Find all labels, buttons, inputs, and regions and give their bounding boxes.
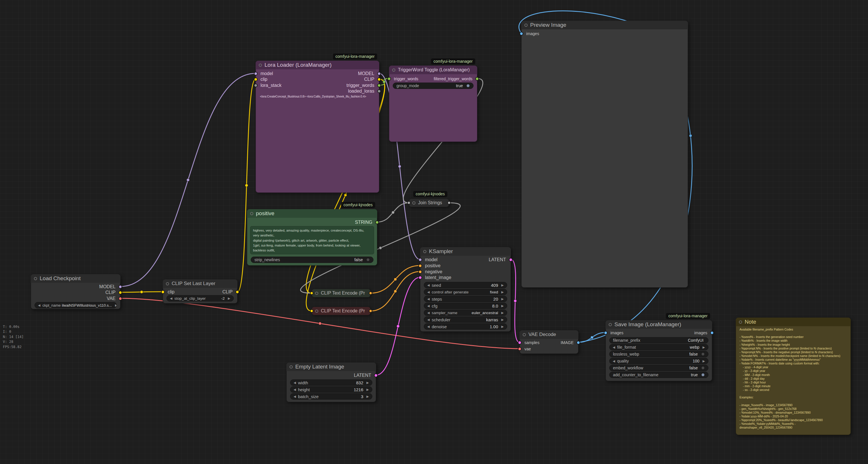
widget-batch-size[interactable]: ◀ batch_size 3 ▶ <box>290 393 372 400</box>
loras-text[interactable]: <lora:CreateConcept_Illustrious:0.8> <lo… <box>260 95 376 98</box>
node-empty-latent-image[interactable]: Empty Latent Image LATENT ◀ width 832 ▶ … <box>286 362 376 402</box>
next-arrow-icon[interactable]: ▶ <box>365 395 371 399</box>
prev-arrow-icon[interactable]: ◀ <box>425 290 432 294</box>
prev-arrow-icon[interactable]: ◀ <box>168 297 174 300</box>
node-title-bar[interactable]: KSampler <box>420 247 511 256</box>
widget-scheduler[interactable]: ◀ scheduler karras ▶ <box>424 316 507 323</box>
next-arrow-icon[interactable]: ▶ <box>701 346 707 349</box>
widget-group-mode[interactable]: group_mode true <box>393 83 473 89</box>
widget-lossless-webp[interactable]: lossless_webp false <box>609 351 708 357</box>
widget-seed[interactable]: ◀ seed 409 ▶ <box>424 282 507 288</box>
node-clip-set-last-layer[interactable]: CLIP Set Last Layer clip CLIP ◀ stop_at_… <box>163 279 238 303</box>
clip-port-dot[interactable] <box>236 290 239 294</box>
prev-arrow-icon[interactable]: ◀ <box>611 346 617 349</box>
model-port-dot[interactable] <box>119 285 122 289</box>
node-title-bar[interactable]: CLIP Set Last Layer <box>163 279 238 288</box>
node-load-checkpoint[interactable]: Load Checkpoint MODEL CLIP VAE ◀ ckpt_na… <box>31 274 121 309</box>
conditioning-port-dot[interactable] <box>418 270 422 274</box>
next-arrow-icon[interactable]: ▶ <box>499 325 506 328</box>
trigger-words-port-dot[interactable] <box>377 84 381 87</box>
comfyui-canvas[interactable]: T: 0.00s I: 0 N: 14 [14] V: 28 FPS:58.82… <box>0 0 868 464</box>
prev-arrow-icon[interactable]: ◀ <box>425 283 432 287</box>
prev-arrow-icon[interactable]: ◀ <box>291 381 298 385</box>
collapse-dot-icon[interactable] <box>423 250 426 253</box>
node-note[interactable]: Note Available filename_prefix Pattern C… <box>736 318 851 435</box>
node-title-bar[interactable]: TriggerWord Toggle (LoraManager) <box>389 65 477 74</box>
node-title-bar[interactable]: Lora Loader (LoraManager) <box>256 61 379 69</box>
node-title-bar[interactable]: Empty Latent Image <box>286 362 376 371</box>
image-port-dot[interactable] <box>577 341 580 345</box>
next-arrow-icon[interactable]: ▶ <box>226 297 232 300</box>
node-title-bar[interactable]: Note <box>736 318 851 326</box>
latent-port-dot[interactable] <box>509 258 513 262</box>
widget-stop-at-clip-layer[interactable]: ◀ stop_at_clip_layer -2 ▶ <box>166 295 234 301</box>
prev-arrow-icon[interactable]: ◀ <box>425 318 432 322</box>
collapsed-input-dot[interactable] <box>310 309 313 313</box>
node-title-bar[interactable]: Join Strings <box>409 199 449 207</box>
collapse-dot-icon[interactable] <box>289 365 293 369</box>
clip-port-dot[interactable] <box>377 78 381 81</box>
toggle-dot[interactable] <box>701 366 705 370</box>
node-triggerword-toggle[interactable]: comfyui-lora-manager TriggerWord Toggle … <box>389 65 477 142</box>
widget-width[interactable]: ◀ width 832 ▶ <box>290 379 372 386</box>
collapse-dot-icon[interactable] <box>166 282 169 285</box>
toggle-dot[interactable] <box>701 352 705 356</box>
prev-arrow-icon[interactable]: ◀ <box>611 359 617 363</box>
prev-arrow-icon[interactable]: ◀ <box>425 325 432 328</box>
collapsed-input-dot[interactable] <box>310 291 313 295</box>
vae-port-dot[interactable] <box>119 297 122 300</box>
collapsed-output-dot[interactable] <box>447 201 451 205</box>
node-clip-text-encode-positive[interactable]: CLIP Text Encode (Pr <box>312 289 371 297</box>
node-title-bar[interactable]: positive <box>247 209 377 218</box>
collapse-dot-icon[interactable] <box>34 277 37 280</box>
widget-control-after-generate[interactable]: ◀ control after generate fixed ▶ <box>424 289 507 295</box>
string-port-dot[interactable] <box>375 221 379 224</box>
next-arrow-icon[interactable]: ▶ <box>365 381 371 385</box>
collapsed-input-dot[interactable] <box>407 201 410 205</box>
image-port-dot[interactable] <box>520 32 523 36</box>
prev-arrow-icon[interactable]: ◀ <box>425 304 432 308</box>
collapse-dot-icon[interactable] <box>412 201 415 205</box>
conditioning-port-dot[interactable] <box>418 264 422 268</box>
next-arrow-icon[interactable]: ▶ <box>499 290 506 294</box>
node-save-image[interactable]: comfyui-lora-manager Save Image (LoraMan… <box>606 320 712 381</box>
next-arrow-icon[interactable]: ▶ <box>499 318 506 322</box>
collapsed-output-dot[interactable] <box>369 309 372 313</box>
toggle-dot[interactable] <box>366 258 370 261</box>
latent-port-dot[interactable] <box>418 276 422 280</box>
prev-arrow-icon[interactable]: ◀ <box>425 297 432 301</box>
node-preview-image[interactable]: Preview Image images <box>521 21 688 288</box>
next-arrow-icon[interactable]: ▶ <box>365 388 371 392</box>
node-title-bar[interactable]: VAE Decode <box>520 330 579 339</box>
collapse-dot-icon[interactable] <box>523 333 526 336</box>
latent-port-dot[interactable] <box>374 374 378 377</box>
widget-ckpt-name[interactable]: ◀ ckpt_name ilwaiNSFWIllustrious_v110.s.… <box>34 302 117 308</box>
node-lora-loader[interactable]: comfyui-lora-manager Lora Loader (LoraMa… <box>256 61 379 193</box>
node-title-bar[interactable]: Preview Image <box>521 21 688 29</box>
node-title-bar[interactable]: CLIP Text Encode (Pr <box>312 289 371 297</box>
prev-arrow-icon[interactable]: ◀ <box>425 311 432 315</box>
collapsed-output-dot[interactable] <box>369 291 372 295</box>
widget-filename-prefix[interactable]: filename_prefix ComfyUI <box>609 337 708 344</box>
collapse-dot-icon[interactable] <box>609 323 612 326</box>
collapse-dot-icon[interactable] <box>392 68 395 71</box>
image-port-dot[interactable] <box>710 331 714 335</box>
node-clip-text-encode-negative[interactable]: CLIP Text Encode (Pr <box>312 307 371 315</box>
prev-arrow-icon[interactable]: ◀ <box>291 388 298 392</box>
prev-arrow-icon[interactable]: ◀ <box>291 395 298 399</box>
widget-quality[interactable]: ◀ quality 100 ▶ <box>609 358 708 364</box>
collapse-dot-icon[interactable] <box>315 292 318 295</box>
widget-height[interactable]: ◀ height 1216 ▶ <box>290 386 372 393</box>
collapse-dot-icon[interactable] <box>315 310 318 313</box>
widget-cfg[interactable]: ◀ cfg 8.0 ▶ <box>424 302 507 309</box>
node-title-bar[interactable]: Load Checkpoint <box>31 274 121 283</box>
widget-file-format[interactable]: ◀ file_format webp ▶ <box>609 344 708 350</box>
widget-strip-newlines[interactable]: strip_newlines false <box>251 257 373 263</box>
node-title-bar[interactable]: Save Image (LoraManager) <box>606 320 712 329</box>
node-title-bar[interactable]: CLIP Text Encode (Pr <box>312 307 371 315</box>
next-arrow-icon[interactable]: ▶ <box>499 304 506 308</box>
toggle-dot[interactable] <box>701 373 705 377</box>
prompt-textarea[interactable]: highres, very detailed, amazing quality,… <box>250 226 374 254</box>
widget-sampler-name[interactable]: ◀ sampler_name euler_ancestral ▶ <box>424 310 507 316</box>
next-arrow-icon[interactable]: ▶ <box>499 311 506 315</box>
